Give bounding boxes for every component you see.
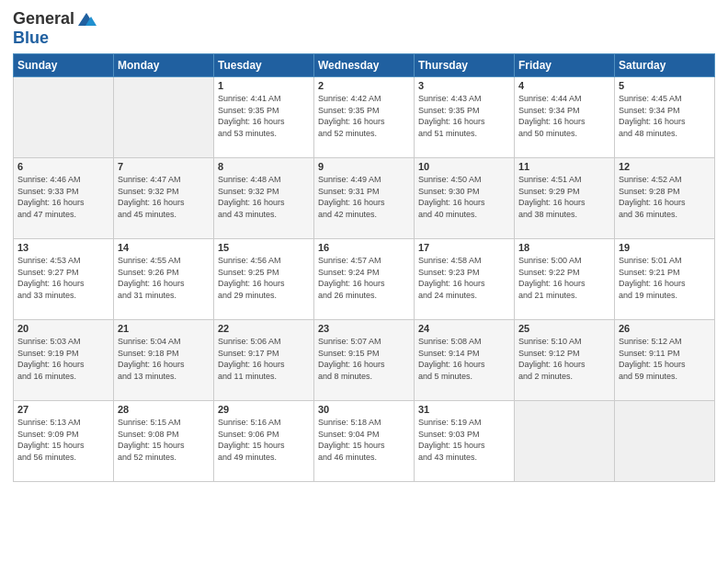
day-info: Sunrise: 5:04 AM Sunset: 9:18 PM Dayligh… <box>118 336 210 382</box>
day-info: Sunrise: 4:42 AM Sunset: 9:35 PM Dayligh… <box>318 93 410 139</box>
weekday-header: Wednesday <box>314 54 415 77</box>
calendar-day-cell: 27Sunrise: 5:13 AM Sunset: 9:09 PM Dayli… <box>14 401 114 482</box>
calendar-day-cell: 9Sunrise: 4:49 AM Sunset: 9:31 PM Daylig… <box>314 158 415 239</box>
calendar-day-cell: 7Sunrise: 4:47 AM Sunset: 9:32 PM Daylig… <box>114 158 214 239</box>
day-number: 17 <box>418 242 510 253</box>
day-number: 12 <box>619 161 711 172</box>
day-info: Sunrise: 4:56 AM Sunset: 9:25 PM Dayligh… <box>218 255 310 301</box>
logo-icon <box>76 11 97 28</box>
day-number: 11 <box>518 161 610 172</box>
day-number: 23 <box>318 323 410 334</box>
calendar-day-cell: 21Sunrise: 5:04 AM Sunset: 9:18 PM Dayli… <box>114 320 214 401</box>
day-number: 2 <box>318 80 410 91</box>
calendar-day-cell: 22Sunrise: 5:06 AM Sunset: 9:17 PM Dayli… <box>214 320 314 401</box>
day-number: 25 <box>518 323 610 334</box>
calendar-day-cell: 24Sunrise: 5:08 AM Sunset: 9:14 PM Dayli… <box>415 320 515 401</box>
day-number: 3 <box>418 80 510 91</box>
calendar-day-cell: 18Sunrise: 5:00 AM Sunset: 9:22 PM Dayli… <box>515 239 615 320</box>
weekday-header: Tuesday <box>214 54 314 77</box>
day-info: Sunrise: 5:03 AM Sunset: 9:19 PM Dayligh… <box>17 336 109 382</box>
calendar-day-cell: 20Sunrise: 5:03 AM Sunset: 9:19 PM Dayli… <box>14 320 114 401</box>
day-info: Sunrise: 5:13 AM Sunset: 9:09 PM Dayligh… <box>17 417 109 463</box>
day-info: Sunrise: 5:12 AM Sunset: 9:11 PM Dayligh… <box>619 336 711 382</box>
day-info: Sunrise: 5:16 AM Sunset: 9:06 PM Dayligh… <box>218 417 310 463</box>
day-info: Sunrise: 4:55 AM Sunset: 9:26 PM Dayligh… <box>118 255 210 301</box>
page: General Blue SundayMondayTuesdayWednesda… <box>0 0 728 563</box>
day-number: 21 <box>118 323 210 334</box>
day-info: Sunrise: 4:49 AM Sunset: 9:31 PM Dayligh… <box>318 174 410 220</box>
day-info: Sunrise: 4:41 AM Sunset: 9:35 PM Dayligh… <box>218 93 310 139</box>
calendar-day-cell: 17Sunrise: 4:58 AM Sunset: 9:23 PM Dayli… <box>415 239 515 320</box>
day-number: 28 <box>118 404 210 415</box>
day-info: Sunrise: 4:46 AM Sunset: 9:33 PM Dayligh… <box>17 174 109 220</box>
calendar-week-row: 1Sunrise: 4:41 AM Sunset: 9:35 PM Daylig… <box>14 77 715 158</box>
day-info: Sunrise: 4:50 AM Sunset: 9:30 PM Dayligh… <box>418 174 510 220</box>
day-number: 20 <box>17 323 109 334</box>
logo: General Blue <box>13 9 97 48</box>
day-info: Sunrise: 4:43 AM Sunset: 9:35 PM Dayligh… <box>418 93 510 139</box>
calendar-week-row: 27Sunrise: 5:13 AM Sunset: 9:09 PM Dayli… <box>14 401 715 482</box>
header: General Blue <box>13 9 715 48</box>
calendar-day-cell: 26Sunrise: 5:12 AM Sunset: 9:11 PM Dayli… <box>615 320 715 401</box>
day-info: Sunrise: 4:47 AM Sunset: 9:32 PM Dayligh… <box>118 174 210 220</box>
calendar-day-cell <box>114 77 214 158</box>
calendar-day-cell: 10Sunrise: 4:50 AM Sunset: 9:30 PM Dayli… <box>415 158 515 239</box>
day-number: 5 <box>619 80 711 91</box>
day-info: Sunrise: 4:51 AM Sunset: 9:29 PM Dayligh… <box>518 174 610 220</box>
day-number: 15 <box>218 242 310 253</box>
calendar-day-cell: 14Sunrise: 4:55 AM Sunset: 9:26 PM Dayli… <box>114 239 214 320</box>
calendar-day-cell: 29Sunrise: 5:16 AM Sunset: 9:06 PM Dayli… <box>214 401 314 482</box>
day-info: Sunrise: 5:18 AM Sunset: 9:04 PM Dayligh… <box>318 417 410 463</box>
weekday-header: Thursday <box>415 54 515 77</box>
day-number: 31 <box>418 404 510 415</box>
calendar-day-cell: 1Sunrise: 4:41 AM Sunset: 9:35 PM Daylig… <box>214 77 314 158</box>
weekday-header: Monday <box>114 54 214 77</box>
day-info: Sunrise: 5:19 AM Sunset: 9:03 PM Dayligh… <box>418 417 510 463</box>
day-number: 18 <box>518 242 610 253</box>
day-number: 30 <box>318 404 410 415</box>
logo-general-text: General <box>13 9 74 29</box>
calendar-day-cell: 15Sunrise: 4:56 AM Sunset: 9:25 PM Dayli… <box>214 239 314 320</box>
day-info: Sunrise: 4:53 AM Sunset: 9:27 PM Dayligh… <box>17 255 109 301</box>
calendar-week-row: 6Sunrise: 4:46 AM Sunset: 9:33 PM Daylig… <box>14 158 715 239</box>
day-info: Sunrise: 5:01 AM Sunset: 9:21 PM Dayligh… <box>619 255 711 301</box>
day-info: Sunrise: 5:07 AM Sunset: 9:15 PM Dayligh… <box>318 336 410 382</box>
day-info: Sunrise: 5:10 AM Sunset: 9:12 PM Dayligh… <box>518 336 610 382</box>
calendar-header-row: SundayMondayTuesdayWednesdayThursdayFrid… <box>14 54 715 77</box>
weekday-header: Friday <box>515 54 615 77</box>
logo-blue-text: Blue <box>13 29 97 48</box>
calendar-day-cell: 23Sunrise: 5:07 AM Sunset: 9:15 PM Dayli… <box>314 320 415 401</box>
day-info: Sunrise: 5:00 AM Sunset: 9:22 PM Dayligh… <box>518 255 610 301</box>
calendar-day-cell <box>615 401 715 482</box>
day-info: Sunrise: 4:57 AM Sunset: 9:24 PM Dayligh… <box>318 255 410 301</box>
calendar-day-cell: 28Sunrise: 5:15 AM Sunset: 9:08 PM Dayli… <box>114 401 214 482</box>
day-info: Sunrise: 5:15 AM Sunset: 9:08 PM Dayligh… <box>118 417 210 463</box>
calendar-day-cell: 30Sunrise: 5:18 AM Sunset: 9:04 PM Dayli… <box>314 401 415 482</box>
day-number: 4 <box>518 80 610 91</box>
day-number: 7 <box>118 161 210 172</box>
calendar-day-cell: 5Sunrise: 4:45 AM Sunset: 9:34 PM Daylig… <box>615 77 715 158</box>
calendar-day-cell: 6Sunrise: 4:46 AM Sunset: 9:33 PM Daylig… <box>14 158 114 239</box>
day-info: Sunrise: 5:06 AM Sunset: 9:17 PM Dayligh… <box>218 336 310 382</box>
weekday-header: Saturday <box>615 54 715 77</box>
calendar-day-cell: 25Sunrise: 5:10 AM Sunset: 9:12 PM Dayli… <box>515 320 615 401</box>
day-number: 14 <box>118 242 210 253</box>
calendar-week-row: 13Sunrise: 4:53 AM Sunset: 9:27 PM Dayli… <box>14 239 715 320</box>
calendar-day-cell: 3Sunrise: 4:43 AM Sunset: 9:35 PM Daylig… <box>415 77 515 158</box>
calendar-day-cell <box>14 77 114 158</box>
calendar-week-row: 20Sunrise: 5:03 AM Sunset: 9:19 PM Dayli… <box>14 320 715 401</box>
calendar-day-cell: 4Sunrise: 4:44 AM Sunset: 9:34 PM Daylig… <box>515 77 615 158</box>
calendar-day-cell: 8Sunrise: 4:48 AM Sunset: 9:32 PM Daylig… <box>214 158 314 239</box>
day-number: 22 <box>218 323 310 334</box>
day-number: 9 <box>318 161 410 172</box>
calendar-table: SundayMondayTuesdayWednesdayThursdayFrid… <box>13 53 715 482</box>
calendar-day-cell: 19Sunrise: 5:01 AM Sunset: 9:21 PM Dayli… <box>615 239 715 320</box>
calendar-day-cell: 2Sunrise: 4:42 AM Sunset: 9:35 PM Daylig… <box>314 77 415 158</box>
day-info: Sunrise: 4:58 AM Sunset: 9:23 PM Dayligh… <box>418 255 510 301</box>
calendar-day-cell: 13Sunrise: 4:53 AM Sunset: 9:27 PM Dayli… <box>14 239 114 320</box>
day-info: Sunrise: 4:48 AM Sunset: 9:32 PM Dayligh… <box>218 174 310 220</box>
day-number: 6 <box>17 161 109 172</box>
calendar-day-cell <box>515 401 615 482</box>
day-number: 16 <box>318 242 410 253</box>
day-number: 13 <box>17 242 109 253</box>
